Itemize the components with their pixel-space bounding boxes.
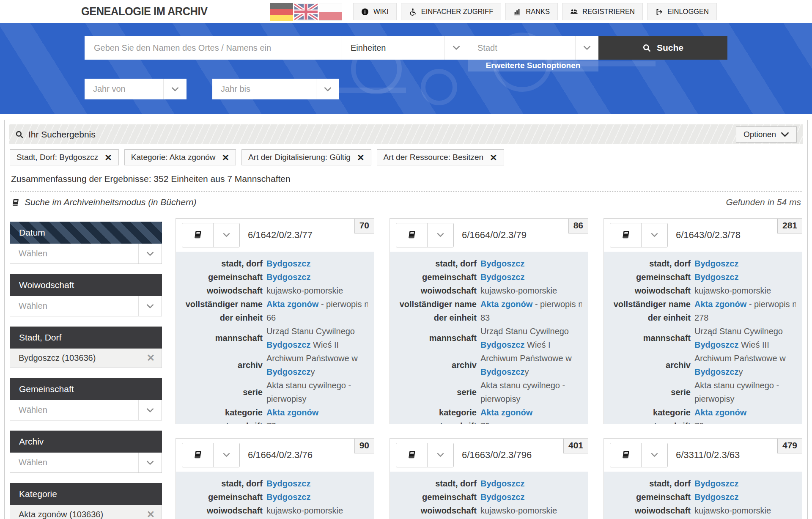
field-label: gemeinschaft [390,270,477,284]
value-link[interactable]: Akta zgonów [694,408,746,417]
value-link[interactable]: Bydgoszcz [694,367,738,376]
year-from-select[interactable]: Jahr von [85,79,187,99]
open-book-button[interactable] [182,443,213,467]
field-label: serie [604,385,691,399]
value-link[interactable]: Akta zgonów [266,408,318,417]
remove-filter-icon[interactable]: ✕ [104,153,112,162]
value-link[interactable]: Bydgoszcz [480,492,524,502]
field-label: vollständiger name [390,297,477,311]
value-link[interactable]: Bydgoszcz [480,272,524,282]
card-actions-dropdown[interactable] [213,443,239,467]
search-scope-select[interactable]: Stadt [468,36,598,60]
remove-filter-icon[interactable]: ✕ [147,353,155,363]
search-mode-select[interactable]: Einheiten [341,36,468,60]
value-link[interactable]: Bydgoszcz [266,340,310,349]
value-link[interactable]: Akta zgonów [480,299,532,309]
search-row: Einheiten Stadt Suche [85,36,727,60]
card-actions-dropdown[interactable] [641,443,667,467]
remove-filter-icon[interactable]: ✕ [357,153,365,162]
value-link[interactable]: Bydgoszcz [694,259,738,268]
remove-filter-icon[interactable]: ✕ [490,153,497,162]
search-icon [642,44,651,52]
sidebar-select-datum[interactable]: Wählen [10,244,162,264]
nav-ranks[interactable]: RANKS [505,3,558,20]
value-link[interactable]: Bydgoszcz [480,479,524,488]
card-field-row: woiwodschaftkujawsko-pomorskie [176,284,368,297]
value-link[interactable]: Bydgoszcz [266,272,310,282]
result-card: 6/1643/0/2.3/78 281 stadt, dorfBydgoszcz… [604,218,802,424]
field-label: mannschaft [390,331,477,345]
remove-filter-icon[interactable]: ✕ [147,510,155,519]
advanced-search-link[interactable]: Erweiterte Suchoptionen [468,60,598,71]
search-button[interactable]: Suche [598,36,727,60]
sidebar-select-woiwodschaft[interactable]: Wählen [10,296,162,316]
field-label: stadt, dorf [176,257,263,270]
field-value: Urząd Stanu Cywilnego Bydgoszcz Wieś I [480,324,582,351]
chevron-down-icon [163,79,187,99]
card-actions-dropdown[interactable] [427,223,453,247]
options-button[interactable]: Optionen [736,126,797,143]
filter-chip[interactable]: Kategorie: Akta zgonów✕ [124,149,236,165]
value-link[interactable]: Akta zgonów [694,299,746,309]
open-book-button[interactable] [610,443,641,467]
search-icon [15,130,24,139]
year-to-select[interactable]: Jahr bis [212,79,339,99]
search-input[interactable] [85,36,341,60]
field-value: Bydgoszcz [480,477,582,490]
field-value: kujawsko-pomorskie [480,504,582,517]
sidebar-selected-stadt-dorf[interactable]: Bydgoszcz (103636)✕ [10,349,162,368]
card-actions-dropdown[interactable] [641,223,667,247]
field-value: Bydgoszcz [480,490,582,504]
remove-filter-icon[interactable]: ✕ [222,153,230,162]
field-label: archiv [390,358,477,372]
filter-chip[interactable]: Stadt, Dorf: Bydgoszcz✕ [10,149,119,165]
unit-signature: 6/1663/0/2.3/796 [462,450,532,461]
open-book-button[interactable] [610,223,641,247]
value-link[interactable]: Akta zgonów [266,299,318,309]
field-label: woiwodschaft [604,504,691,517]
value-link[interactable]: Bydgoszcz [694,272,738,282]
card-field-row: woiwodschaftkujawsko-pomorskie [390,504,582,517]
open-book-button[interactable] [182,223,213,247]
value-link[interactable]: Bydgoszcz [266,259,310,268]
field-value: Akta stanu cywilnego - pierwopisy [266,379,368,406]
value-link[interactable]: Bydgoszcz [480,340,524,349]
sidebar-select-archiv[interactable]: Wählen [10,453,162,473]
field-value: Akta zgonów [266,406,368,419]
filter-chip[interactable]: Art der Digitalisierung: Gültig✕ [241,149,371,165]
german-flag[interactable] [270,3,293,21]
open-book-button[interactable] [396,443,427,467]
nav-easy-access[interactable]: EINFACHER ZUGRIFF [401,3,502,20]
card-actions-dropdown[interactable] [213,223,239,247]
field-value: Akta zgonów - pierwopis n [266,517,368,519]
value-link[interactable]: Bydgoszcz [266,479,310,488]
card-field-row: vollständiger nameAkta zgonów - pierwopi… [176,297,368,311]
value-link[interactable]: Bydgoszcz [480,259,524,268]
value-link[interactable]: Bydgoszcz [694,340,738,349]
value-link[interactable]: Bydgoszcz [694,492,738,502]
field-label: stadt, dorf [176,477,263,490]
field-value: 79 [480,419,582,424]
field-label: kategorie [604,406,691,419]
field-label: kategorie [390,406,477,419]
sidebar-selected-kategorie[interactable]: Akta zgonów (103636)✕ [10,505,162,519]
value-link[interactable]: Bydgoszcz [266,492,310,502]
value-link[interactable]: Bydgoszcz [480,367,524,376]
nav-wiki[interactable]: WIKI [353,3,397,20]
field-value: kujawsko-pomorskie [694,284,796,297]
polish-flag[interactable] [319,3,342,21]
british-flag[interactable] [294,3,318,21]
value-link[interactable]: Bydgoszcz [694,479,738,488]
search-timing: Gefunden in 54 ms [726,197,801,207]
open-book-button[interactable] [396,223,427,247]
filter-chip[interactable]: Art der Ressource: Besitzen✕ [377,149,504,165]
card-field-row: kategorieAkta zgonów [176,406,368,419]
value-link[interactable]: Akta zgonów [480,408,532,417]
sidebar-select-gemeinschaft[interactable]: Wählen [10,400,162,420]
nav-login[interactable]: EINLOGGEN [647,3,717,20]
value-link[interactable]: Bydgoszcz [266,367,310,376]
field-value: Akta stanu cywilnego - pierwopisy [694,379,796,406]
field-label: serie [390,385,477,399]
card-actions-dropdown[interactable] [427,443,453,467]
nav-register[interactable]: REGISTRIEREN [562,3,643,20]
